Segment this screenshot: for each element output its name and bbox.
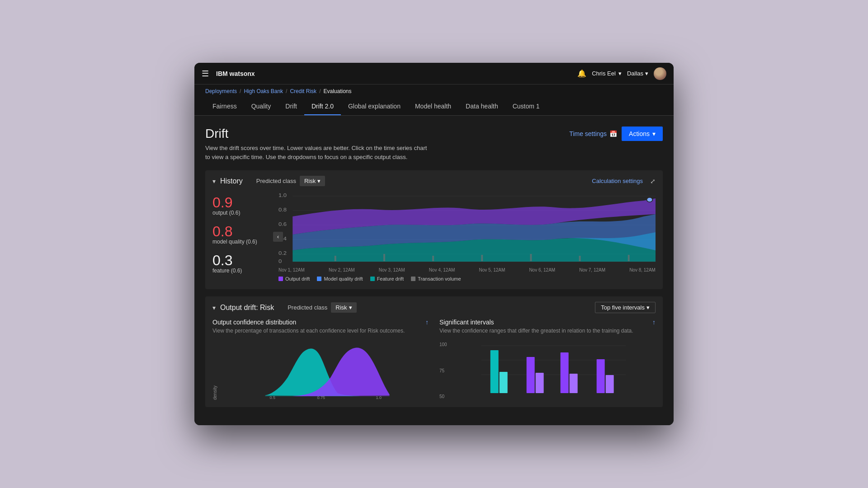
legend-transaction-volume-color bbox=[411, 277, 415, 281]
region-chevron-icon: ▾ bbox=[645, 70, 648, 77]
output-confidence-svg: 0.5 0.75 1.0 bbox=[219, 341, 429, 400]
actions-chevron-icon: ▾ bbox=[652, 130, 656, 137]
history-metrics: 0.9 output (0.6) 0.8 model quality (0.6)… bbox=[212, 192, 271, 282]
metric-feature-label: feature (0.6) bbox=[212, 267, 271, 274]
predicted-class-chevron-icon: ▾ bbox=[317, 178, 321, 184]
page-title: Drift bbox=[205, 127, 427, 141]
actions-label: Actions bbox=[629, 130, 650, 137]
output-drift-section-title: Output drift: Risk bbox=[220, 304, 274, 312]
legend-output-drift-color bbox=[278, 277, 283, 281]
history-collapse-icon[interactable]: ▾ bbox=[212, 178, 216, 185]
main-content: Drift View the drift scores over time. L… bbox=[194, 116, 674, 425]
predicted-class-label: Predicted class bbox=[256, 178, 296, 184]
top-five-chevron-icon: ▾ bbox=[646, 304, 650, 311]
tab-data-health[interactable]: Data health bbox=[458, 98, 505, 115]
metric-feature-value: 0.3 bbox=[212, 253, 271, 267]
time-settings-label: Time settings bbox=[569, 130, 607, 137]
breadcrumb-sep-3: / bbox=[319, 88, 321, 94]
output-confidence-export-icon[interactable]: ↑ bbox=[425, 319, 429, 326]
svg-point-12 bbox=[646, 197, 652, 202]
legend-feature-drift-color bbox=[370, 277, 375, 281]
region-selector[interactable]: Dallas ▾ bbox=[627, 70, 648, 77]
output-drift-collapse-icon[interactable]: ▾ bbox=[212, 304, 216, 311]
legend-model-quality-drift-color bbox=[317, 277, 321, 281]
predicted-class-dropdown[interactable]: Risk ▾ bbox=[300, 176, 325, 186]
xaxis-nov5: Nov 5, 12AM bbox=[479, 267, 505, 272]
region-name: Dallas bbox=[627, 70, 643, 77]
tab-global-explanation[interactable]: Global explanation bbox=[341, 98, 408, 115]
history-section: ▾ History Predicted class Risk ▾ Calcula… bbox=[205, 170, 663, 289]
svg-rect-30 bbox=[560, 352, 568, 393]
expand-icon[interactable]: ⤢ bbox=[650, 178, 656, 185]
xaxis-nov8: Nov 8, 12AM bbox=[629, 267, 656, 272]
svg-rect-13 bbox=[335, 256, 336, 261]
svg-text:0.8: 0.8 bbox=[278, 207, 287, 212]
metric-model-quality-label: model quality (0.6) bbox=[212, 239, 271, 245]
breadcrumb-sep-2: / bbox=[286, 88, 287, 94]
xaxis-nov3: Nov 3, 12AM bbox=[379, 267, 405, 272]
output-predicted-class-dropdown[interactable]: Risk ▾ bbox=[331, 302, 356, 313]
hamburger-menu-icon[interactable]: ☰ bbox=[202, 69, 209, 79]
svg-rect-16 bbox=[481, 255, 483, 261]
breadcrumb-deployments[interactable]: Deployments bbox=[205, 88, 237, 94]
svg-rect-15 bbox=[432, 256, 434, 261]
svg-rect-19 bbox=[628, 255, 630, 261]
significant-intervals-desc: View the confidence ranges that differ t… bbox=[439, 328, 633, 334]
history-section-title: History bbox=[220, 177, 243, 185]
page-description: View the drift scores over time. Lower v… bbox=[205, 144, 427, 161]
tab-model-health[interactable]: Model health bbox=[408, 98, 458, 115]
notification-bell-icon[interactable]: 🔔 bbox=[577, 69, 586, 78]
svg-rect-26 bbox=[490, 350, 498, 393]
significant-intervals-svg bbox=[452, 341, 656, 400]
xaxis-nov1: Nov 1, 12AM bbox=[278, 267, 305, 272]
xaxis-nov4: Nov 4, 12AM bbox=[429, 267, 455, 272]
avatar[interactable] bbox=[654, 67, 666, 80]
svg-rect-32 bbox=[596, 359, 604, 393]
time-settings-button[interactable]: Time settings 📅 bbox=[569, 130, 617, 137]
xaxis-nov6: Nov 6, 12AM bbox=[529, 267, 555, 272]
tab-drift[interactable]: Drift bbox=[278, 98, 304, 115]
breadcrumb-current: Evaluations bbox=[323, 88, 351, 94]
user-menu[interactable]: Chris Eel ▾ bbox=[592, 70, 622, 77]
svg-text:1.0: 1.0 bbox=[376, 395, 382, 400]
breadcrumb-credit-risk[interactable]: Credit Risk bbox=[290, 88, 316, 94]
actions-button[interactable]: Actions ▾ bbox=[622, 127, 663, 141]
svg-text:0.5: 0.5 bbox=[270, 395, 276, 400]
tab-quality[interactable]: Quality bbox=[244, 98, 278, 115]
output-drift-section: ▾ Output drift: Risk Predicted class Ris… bbox=[205, 296, 663, 407]
significant-intervals-export-icon[interactable]: ↑ bbox=[652, 319, 656, 326]
calendar-icon: 📅 bbox=[609, 130, 617, 137]
significant-intervals-title: Significant intervals bbox=[439, 319, 633, 326]
svg-rect-29 bbox=[535, 373, 543, 393]
svg-text:0.6: 0.6 bbox=[278, 222, 287, 227]
brand-name: watsonx bbox=[230, 70, 255, 77]
legend-feature-drift: Feature drift bbox=[370, 276, 404, 282]
right-yaxis-50: 50 bbox=[439, 394, 447, 399]
top-five-intervals-button[interactable]: Top five intervals ▾ bbox=[595, 302, 656, 313]
history-chart: 1.0 0.8 0.6 0.4 0.2 0 bbox=[278, 192, 656, 264]
top-five-label: Top five intervals bbox=[601, 304, 645, 311]
svg-rect-17 bbox=[530, 254, 532, 261]
metric-output-value: 0.9 bbox=[212, 195, 271, 210]
svg-rect-33 bbox=[605, 375, 613, 393]
avatar-image bbox=[654, 67, 666, 80]
breadcrumb-high-oaks-bank[interactable]: High Oaks Bank bbox=[244, 88, 283, 94]
svg-rect-18 bbox=[579, 256, 581, 261]
tab-fairness[interactable]: Fairness bbox=[205, 98, 244, 115]
output-predicted-class-label: Predicted class bbox=[288, 304, 327, 311]
xaxis-nov7: Nov 7, 12AM bbox=[579, 267, 605, 272]
user-chevron-icon: ▾ bbox=[618, 70, 622, 77]
right-yaxis-100: 100 bbox=[439, 342, 447, 347]
calc-settings-link[interactable]: Calculation settings bbox=[592, 178, 643, 184]
tab-bar: Fairness Quality Drift Drift 2.0 Global … bbox=[194, 98, 674, 116]
tab-custom-1[interactable]: Custom 1 bbox=[505, 98, 547, 115]
legend-output-drift-label: Output drift bbox=[285, 276, 310, 282]
legend-model-quality-drift: Model quality drift bbox=[317, 276, 363, 282]
legend-model-quality-drift-label: Model quality drift bbox=[324, 276, 363, 282]
chart-nav-left-button[interactable]: ‹ bbox=[273, 232, 283, 242]
svg-rect-31 bbox=[569, 374, 577, 393]
xaxis-nov2: Nov 2, 12AM bbox=[329, 267, 355, 272]
tab-drift-2[interactable]: Drift 2.0 bbox=[304, 98, 341, 115]
output-confidence-yaxis-label: density bbox=[212, 341, 217, 400]
chart-xaxis: Nov 1, 12AM Nov 2, 12AM Nov 3, 12AM Nov … bbox=[278, 266, 656, 272]
